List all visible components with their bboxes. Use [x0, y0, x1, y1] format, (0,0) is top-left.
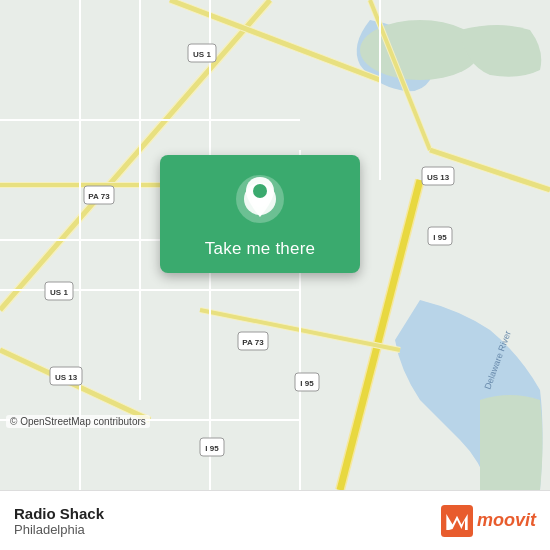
svg-rect-50 [441, 505, 473, 537]
svg-point-49 [253, 184, 267, 198]
svg-text:US 13: US 13 [427, 173, 450, 182]
svg-text:PA 73: PA 73 [242, 338, 264, 347]
svg-text:US 13: US 13 [55, 373, 78, 382]
map-container: US 1 US 1 US 13 US 13 PA 73 PA 73 I 95 I… [0, 0, 550, 490]
moovit-text: moovit [477, 510, 536, 531]
svg-text:I 95: I 95 [205, 444, 219, 453]
svg-text:I 95: I 95 [300, 379, 314, 388]
moovit-m-icon [441, 505, 473, 537]
take-me-there-card[interactable]: Take me there [160, 155, 360, 273]
location-pin-icon [234, 173, 286, 225]
svg-text:US 1: US 1 [193, 50, 211, 59]
svg-text:PA 73: PA 73 [88, 192, 110, 201]
svg-text:I 95: I 95 [433, 233, 447, 242]
map-attribution: © OpenStreetMap contributors [6, 415, 150, 428]
place-name: Radio Shack [14, 505, 104, 522]
take-me-there-button-label: Take me there [205, 239, 315, 259]
place-city: Philadelphia [14, 522, 104, 537]
svg-text:US 1: US 1 [50, 288, 68, 297]
svg-point-1 [360, 20, 480, 80]
bottom-bar: Radio Shack Philadelphia moovit [0, 490, 550, 550]
moovit-logo: moovit [441, 505, 536, 537]
place-info: Radio Shack Philadelphia [14, 505, 104, 537]
